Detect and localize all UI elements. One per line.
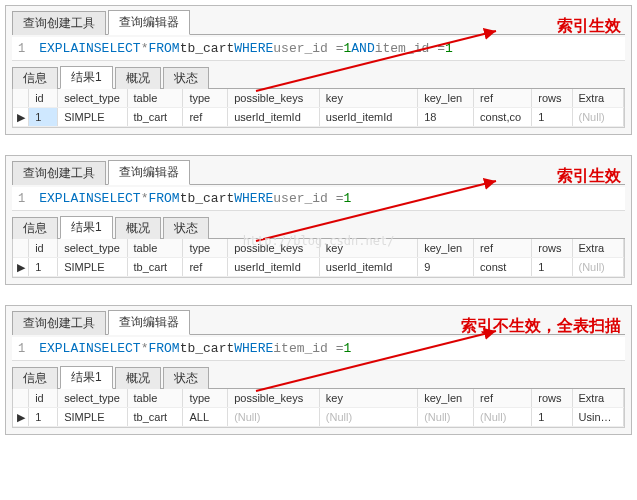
col-header[interactable]: rows — [532, 239, 572, 258]
col-header[interactable]: id — [29, 239, 58, 258]
sql-editor[interactable]: 1EXPLAIN SELECT * FROM tb_cart WHERE use… — [12, 187, 625, 211]
col-header[interactable]: type — [183, 389, 228, 408]
cell-extra[interactable]: (Null) — [572, 258, 624, 277]
col-header[interactable]: possible_keys — [228, 239, 320, 258]
cell-select_type[interactable]: SIMPLE — [58, 408, 127, 427]
col-header[interactable]: rows — [532, 389, 572, 408]
col-header[interactable]: select_type — [58, 89, 127, 108]
sql-op: user_id = — [273, 191, 343, 206]
col-header[interactable]: type — [183, 89, 228, 108]
col-header[interactable]: Extra — [572, 239, 624, 258]
subtab-profile[interactable]: 概况 — [115, 367, 161, 389]
cell-ref[interactable]: const,co — [474, 108, 532, 127]
cell-rows[interactable]: 1 — [532, 108, 572, 127]
table-row[interactable]: ▶1SIMPLEtb_cartALL(Null)(Null)(Null)(Nul… — [13, 408, 624, 427]
col-header[interactable]: select_type — [58, 389, 127, 408]
cell-rows[interactable]: 1 — [532, 408, 572, 427]
cell-ref[interactable]: (Null) — [474, 408, 532, 427]
subtab-info[interactable]: 信息 — [12, 67, 58, 89]
cell-key[interactable]: userId_itemId — [319, 108, 417, 127]
col-header[interactable]: ref — [474, 89, 532, 108]
col-header[interactable]: Extra — [572, 389, 624, 408]
col-header[interactable]: key — [319, 239, 417, 258]
line-number: 1 — [18, 342, 25, 356]
cell-possible_keys[interactable]: userId_itemId — [228, 258, 320, 277]
col-header[interactable]: key — [319, 89, 417, 108]
cell-rows[interactable]: 1 — [532, 258, 572, 277]
col-header[interactable]: key_len — [418, 89, 474, 108]
tab-query-editor[interactable]: 查询编辑器 — [108, 310, 190, 335]
row-selector-header — [13, 389, 29, 408]
col-header[interactable]: ref — [474, 389, 532, 408]
result-grid: idselect_typetabletypepossible_keyskeyke… — [12, 89, 625, 128]
cell-ref[interactable]: const — [474, 258, 532, 277]
cell-id[interactable]: 1 — [29, 108, 58, 127]
sql-keyword: SELECT — [94, 341, 141, 356]
subtab-result[interactable]: 结果1 — [60, 66, 113, 89]
col-header[interactable]: table — [127, 239, 183, 258]
cell-key_len[interactable]: 9 — [418, 258, 474, 277]
cell-extra[interactable]: Using whe — [572, 408, 624, 427]
cell-id[interactable]: 1 — [29, 408, 58, 427]
cell-type[interactable]: ref — [183, 258, 228, 277]
subtab-info[interactable]: 信息 — [12, 217, 58, 239]
tab-query-editor[interactable]: 查询编辑器 — [108, 10, 190, 35]
col-header[interactable]: possible_keys — [228, 89, 320, 108]
tab-query-editor[interactable]: 查询编辑器 — [108, 160, 190, 185]
col-header[interactable]: key_len — [418, 239, 474, 258]
subtab-result[interactable]: 结果1 — [60, 216, 113, 239]
sql-keyword: AND — [351, 41, 374, 56]
table-row[interactable]: ▶1SIMPLEtb_cartrefuserId_itemIduserId_it… — [13, 258, 624, 277]
col-header[interactable]: table — [127, 389, 183, 408]
result-tab-row: 信息结果1概况状态 — [12, 65, 625, 89]
col-header[interactable]: key — [319, 389, 417, 408]
sql-editor[interactable]: 1EXPLAIN SELECT * FROM tb_cart WHERE use… — [12, 37, 625, 61]
cell-extra[interactable]: (Null) — [572, 108, 624, 127]
result-grid: idselect_typetabletypepossible_keyskeyke… — [12, 389, 625, 428]
cell-possible_keys[interactable]: userId_itemId — [228, 108, 320, 127]
cell-type[interactable]: ref — [183, 108, 228, 127]
sql-editor[interactable]: 1EXPLAIN SELECT * FROM tb_cart WHERE ite… — [12, 337, 625, 361]
col-header[interactable]: table — [127, 89, 183, 108]
col-header[interactable]: id — [29, 89, 58, 108]
col-header[interactable]: rows — [532, 89, 572, 108]
table-row[interactable]: ▶1SIMPLEtb_cartrefuserId_itemIduserId_it… — [13, 108, 624, 127]
col-header[interactable]: select_type — [58, 239, 127, 258]
sql-keyword: WHERE — [234, 41, 273, 56]
cell-key_len[interactable]: 18 — [418, 108, 474, 127]
cell-id[interactable]: 1 — [29, 258, 58, 277]
subtab-result[interactable]: 结果1 — [60, 366, 113, 389]
cell-possible_keys[interactable]: (Null) — [228, 408, 320, 427]
tab-query-builder[interactable]: 查询创建工具 — [12, 11, 106, 35]
tab-query-builder[interactable]: 查询创建工具 — [12, 161, 106, 185]
cell-type[interactable]: ALL — [183, 408, 228, 427]
col-header[interactable]: ref — [474, 239, 532, 258]
subtab-info[interactable]: 信息 — [12, 367, 58, 389]
cell-key[interactable]: userId_itemId — [319, 258, 417, 277]
row-selector-header — [13, 89, 29, 108]
sql-keyword: EXPLAIN — [39, 191, 94, 206]
cell-select_type[interactable]: SIMPLE — [58, 108, 127, 127]
sql-keyword: SELECT — [94, 41, 141, 56]
subtab-status[interactable]: 状态 — [163, 67, 209, 89]
cell-select_type[interactable]: SIMPLE — [58, 258, 127, 277]
cell-table[interactable]: tb_cart — [127, 108, 183, 127]
col-header[interactable]: possible_keys — [228, 389, 320, 408]
cell-key_len[interactable]: (Null) — [418, 408, 474, 427]
col-header[interactable]: type — [183, 239, 228, 258]
cell-table[interactable]: tb_cart — [127, 408, 183, 427]
subtab-status[interactable]: 状态 — [163, 217, 209, 239]
subtab-profile[interactable]: 概况 — [115, 67, 161, 89]
col-header[interactable]: Extra — [572, 89, 624, 108]
tab-query-builder[interactable]: 查询创建工具 — [12, 311, 106, 335]
query-panel: 查询创建工具查询编辑器1EXPLAIN SELECT * FROM tb_car… — [5, 155, 632, 285]
col-header[interactable]: key_len — [418, 389, 474, 408]
col-header[interactable]: id — [29, 389, 58, 408]
subtab-profile[interactable]: 概况 — [115, 217, 161, 239]
row-pointer-icon: ▶ — [13, 258, 29, 277]
row-pointer-icon: ▶ — [13, 408, 29, 427]
sql-keyword: WHERE — [234, 341, 273, 356]
cell-table[interactable]: tb_cart — [127, 258, 183, 277]
cell-key[interactable]: (Null) — [319, 408, 417, 427]
subtab-status[interactable]: 状态 — [163, 367, 209, 389]
